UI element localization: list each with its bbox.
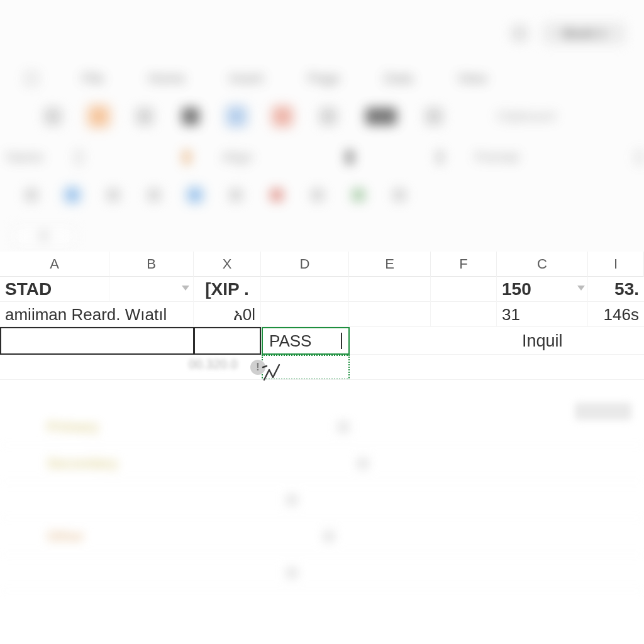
group-format-label: Format <box>475 149 519 165</box>
col-header-C[interactable]: C <box>497 252 588 277</box>
column-headers: A B X D E F C I <box>0 252 644 277</box>
cell-E2[interactable] <box>349 302 431 327</box>
spreadsheet-grid[interactable]: A B X D E F C I STAD [XIP . 150 53. amii… <box>0 252 644 644</box>
ghost-dot-4 <box>323 531 335 542</box>
ghost-dot-3 <box>286 494 297 506</box>
ghost-label-1: Primary <box>47 419 99 435</box>
bold-icon[interactable] <box>182 108 199 125</box>
scroll-hint <box>575 402 631 420</box>
small-icon-8[interactable] <box>311 189 324 201</box>
group-align-label: Align <box>222 149 253 165</box>
small-icon-7[interactable] <box>270 189 283 201</box>
app-menu-icon[interactable] <box>25 72 38 85</box>
grid-row-4: 00.320.0 ! <box>0 355 644 380</box>
col-header-B[interactable]: B <box>109 252 194 277</box>
mini-icon-b[interactable] <box>346 150 353 164</box>
ribbon-group-1-label: Clipboard <box>496 108 555 125</box>
cell-C1[interactable]: 150 <box>497 277 588 302</box>
fill-color-icon[interactable] <box>274 108 291 125</box>
small-icon-6[interactable] <box>230 189 242 201</box>
ribbon-chrome: Book 1 File Home Insert Page Data View C… <box>0 0 644 252</box>
col-header-A[interactable]: A <box>0 252 109 277</box>
cell-F2[interactable] <box>431 302 497 327</box>
small-icon-10[interactable] <box>393 189 406 201</box>
small-icon-2[interactable] <box>66 189 79 201</box>
cell-E1[interactable] <box>349 277 431 302</box>
active-edit-cell[interactable]: PASS <box>262 327 350 355</box>
workbook-title-button[interactable]: Book 1 <box>543 23 625 44</box>
group-launcher-2[interactable] <box>635 150 644 164</box>
cell-A1[interactable]: STAD <box>0 277 109 302</box>
notification-icon[interactable] <box>511 25 528 42</box>
ribbon-group-2 <box>0 182 644 208</box>
error-indicator-icon[interactable]: ! <box>250 360 265 375</box>
cell-D1[interactable] <box>261 277 349 302</box>
cell-F1[interactable] <box>431 277 497 302</box>
cell-I1[interactable]: 53. <box>588 277 644 302</box>
grid-row-1: STAD [XIP . 150 53. <box>0 277 644 302</box>
tab-home[interactable]: Home <box>148 70 185 87</box>
border-icon[interactable] <box>319 108 337 125</box>
ghost-dot-1 <box>338 421 349 433</box>
filter-caret-icon-c[interactable] <box>577 286 585 291</box>
ribbon-tabs: File Home Insert Page Data View <box>0 63 644 94</box>
tab-file[interactable]: File <box>82 70 104 87</box>
title-bar: Book 1 <box>0 19 644 50</box>
ribbon-group-1: Clipboard <box>0 101 644 132</box>
bordered-cell-A3B3[interactable] <box>0 327 194 355</box>
ghost-label-2: Secondary <box>47 455 118 472</box>
col-header-E[interactable]: E <box>349 252 431 277</box>
cell-X4-blur: 00.320.0 <box>189 357 238 372</box>
cell-I2[interactable]: 146s <box>588 302 644 327</box>
filter-caret-icon[interactable] <box>182 286 189 291</box>
tab-page[interactable]: Page <box>308 70 340 87</box>
merge-icon[interactable] <box>365 108 397 125</box>
cell-A2[interactable]: amiiman Reard. Wıatıl <box>0 302 194 327</box>
col-header-X[interactable]: X <box>194 252 261 277</box>
ghost-rows: Primary Secondary Other <box>0 409 644 644</box>
name-box[interactable]: B <box>13 226 75 245</box>
wrap-icon[interactable] <box>425 108 443 125</box>
small-icon-5[interactable] <box>189 189 201 201</box>
ghost-dot-2 <box>357 458 369 469</box>
col-header-I[interactable]: I <box>588 252 644 277</box>
small-icon-1[interactable] <box>25 189 38 201</box>
cell-B1[interactable] <box>109 277 194 302</box>
bordered-cell-X3[interactable] <box>194 327 261 355</box>
small-icon-4[interactable] <box>148 189 160 201</box>
group-name-label: Name <box>6 149 43 165</box>
cell-CI3[interactable]: Inquil <box>522 327 629 355</box>
ribbon-group-labels: Name Align Format <box>0 142 644 173</box>
cell-C2[interactable]: 31 <box>497 302 588 327</box>
grid-row-2: amiiman Reard. Wıatıl አ0l 31 146s <box>0 302 644 327</box>
cell-X1[interactable]: [XIP . <box>194 277 261 302</box>
cell-X2[interactable]: አ0l <box>194 302 261 327</box>
tab-insert[interactable]: Insert <box>229 70 264 87</box>
grid-row-3: PASS Inquil <box>0 327 644 355</box>
tab-view[interactable]: View <box>457 70 487 87</box>
align-center-icon[interactable] <box>228 108 245 125</box>
cell-D2[interactable] <box>261 302 349 327</box>
col-header-F[interactable]: F <box>431 252 497 277</box>
cut-icon[interactable] <box>136 108 153 125</box>
small-icon-9[interactable] <box>352 189 365 201</box>
mini-icon-a[interactable] <box>183 150 191 164</box>
group-launcher-1[interactable] <box>75 150 84 164</box>
paste-icon[interactable] <box>44 108 62 125</box>
small-icon-3[interactable] <box>107 189 119 201</box>
tab-data[interactable]: Data <box>384 70 413 87</box>
ghost-dot-5 <box>286 567 297 579</box>
mini-icon-c[interactable] <box>436 150 444 164</box>
col-header-D[interactable]: D <box>261 252 349 277</box>
text-cursor <box>341 333 342 349</box>
active-cell-value: PASS <box>269 331 311 351</box>
ghost-label-4: Other <box>47 528 84 545</box>
highlight-icon[interactable] <box>90 108 108 125</box>
